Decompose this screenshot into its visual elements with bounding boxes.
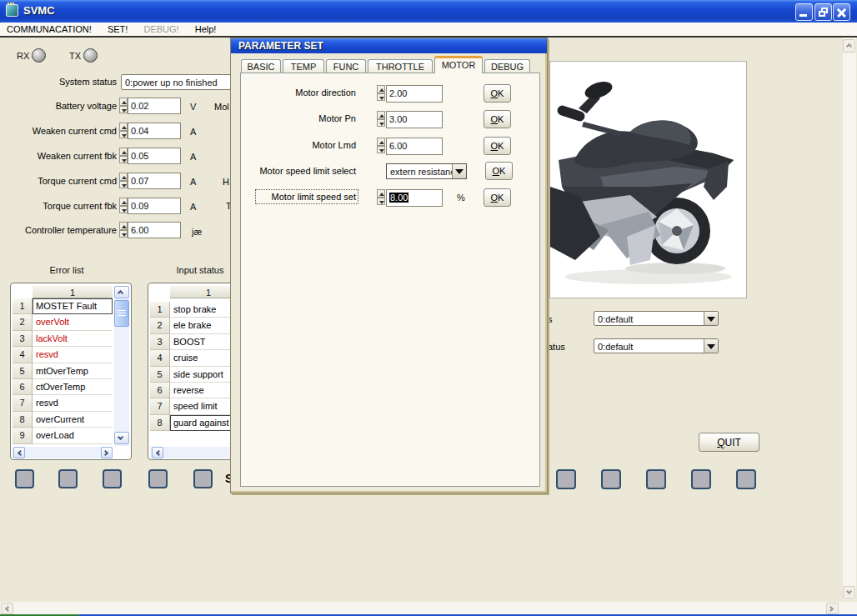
motor-pn-field[interactable]: 3.00 — [386, 111, 443, 128]
motor-limit-speed-set-field[interactable]: 8.00 — [386, 189, 443, 207]
error-list-scroll-down-button[interactable] — [114, 432, 129, 444]
weaken-current-fbk-field[interactable]: 0.05 — [128, 148, 181, 164]
restore-button[interactable] — [814, 3, 832, 21]
motor-direction-field[interactable]: 2.00 — [386, 85, 443, 103]
table-row[interactable]: 5mtOverTemp — [13, 363, 113, 379]
table-row[interactable]: 7resvd — [13, 395, 113, 411]
menu-communication[interactable]: COMMUNACATION! — [0, 23, 98, 36]
right-dropdown-2[interactable]: 0:default — [594, 338, 719, 353]
menu-debug: DEBUG! — [137, 23, 185, 36]
torque-current-fbk-label: Torque current fbk — [0, 201, 117, 211]
motor-direction-label: Motor direction — [258, 88, 356, 98]
battery-voltage-stepper[interactable] — [119, 98, 128, 113]
motor-lmd-stepper[interactable] — [377, 138, 385, 153]
motor-limit-speed-set-ok-button[interactable]: OK — [484, 188, 511, 207]
battery-voltage-label: Battery voltage — [0, 101, 117, 111]
motor-lmd-label: Motor Lmd — [258, 140, 356, 150]
indicator-square — [15, 469, 34, 488]
torque-current-cmd-field[interactable]: 0.07 — [128, 173, 181, 189]
chevron-left-icon — [156, 450, 162, 456]
weaken-current-cmd-unit: A — [190, 127, 196, 137]
menu-help[interactable]: Help! — [188, 23, 223, 36]
tab-temp[interactable]: TEMP — [283, 59, 324, 73]
error-list-scroll-right-button[interactable] — [101, 447, 113, 458]
table-row[interactable]: 2overVolt — [13, 314, 113, 330]
system-status-dropdown[interactable]: 0:power up no finished — [121, 74, 231, 90]
main-scroll-right-button[interactable] — [826, 603, 839, 614]
error-list-scroll-thumb[interactable] — [114, 300, 129, 327]
indicator-square — [148, 469, 168, 488]
dropdown2-label-fragment: atus — [548, 342, 565, 352]
window-title: SVMC — [23, 4, 55, 17]
input-status-title: Input status — [158, 265, 242, 275]
torque-current-fbk-stepper[interactable] — [119, 198, 128, 213]
motor-pn-ok-button[interactable]: OK — [484, 110, 511, 128]
chevron-down-icon[interactable] — [452, 164, 466, 178]
motor-speed-limit-select-ok-button[interactable]: OK — [485, 162, 513, 180]
torque-current-fbk-field[interactable]: 0.09 — [128, 198, 181, 214]
weaken-current-fbk-unit: A — [190, 152, 196, 162]
motor-lmd-field[interactable]: 6.00 — [386, 138, 443, 155]
tab-func[interactable]: FUNC — [326, 59, 366, 73]
main-vscroll[interactable] — [843, 38, 856, 600]
table-row[interactable]: 9overLoad — [13, 428, 113, 443]
motor-direction-stepper[interactable] — [377, 85, 385, 101]
tab-motor[interactable]: MOTOR — [434, 56, 483, 73]
covered-label-fragment-1: Mol — [214, 102, 229, 112]
table-row[interactable]: 3lackVolt — [13, 331, 113, 347]
weaken-current-cmd-stepper[interactable] — [119, 123, 128, 138]
motor-pn-stepper[interactable] — [377, 111, 385, 127]
controller-temperature-stepper[interactable] — [119, 222, 128, 238]
table-row[interactable]: 4resvd — [13, 347, 113, 363]
tab-throttle[interactable]: THROTTLE — [368, 59, 433, 73]
motor-limit-speed-set-stepper[interactable] — [377, 189, 385, 205]
menu-set[interactable]: SET! — [101, 23, 134, 36]
weaken-current-cmd-field[interactable]: 0.04 — [128, 123, 181, 139]
table-row[interactable]: 6ctOverTemp — [13, 379, 113, 395]
error-list-rows: 1MOSTET Fault 2overVolt 3lackVolt 4resvd… — [13, 298, 113, 444]
input-status-scroll-left-button[interactable] — [152, 447, 163, 458]
error-list-scroll-up-button[interactable] — [114, 286, 129, 298]
rx-label: RX — [17, 51, 29, 61]
motorcycle-image — [549, 61, 747, 298]
tab-debug[interactable]: DEBUG — [484, 59, 530, 73]
chevron-left-icon — [18, 450, 23, 456]
error-list-col-header[interactable]: 1 — [33, 286, 113, 298]
indicator-square — [646, 469, 666, 489]
right-dropdown-1[interactable]: 0:default — [594, 311, 719, 326]
minimize-icon — [799, 14, 807, 17]
title-bar[interactable]: SVMC — [0, 0, 857, 23]
main-scroll-up-button[interactable] — [843, 39, 855, 53]
main-scroll-down-button[interactable] — [843, 586, 855, 599]
error-list-hscroll[interactable] — [13, 447, 113, 458]
error-list-scroll-left-button[interactable] — [13, 447, 25, 458]
motor-direction-ok-button[interactable]: OK — [484, 84, 511, 103]
motor-speed-limit-select-dropdown[interactable]: extern resistanc — [386, 163, 467, 179]
controller-temperature-field[interactable]: 6.00 — [128, 222, 181, 238]
tab-basic[interactable]: BASIC — [241, 59, 281, 73]
dialog-title-bar[interactable]: PARAMETER SET — [231, 38, 547, 53]
table-row[interactable]: 8overCurrent — [13, 412, 113, 428]
weaken-current-fbk-stepper[interactable] — [119, 148, 128, 163]
table-row[interactable]: 1MOSTET Fault — [13, 298, 113, 314]
quit-button[interactable]: QUIT — [699, 433, 759, 452]
motorcycle-illustration — [550, 62, 746, 298]
main-scroll-left-button[interactable] — [1, 603, 13, 614]
minimize-button[interactable] — [795, 3, 813, 21]
motor-lmd-ok-button[interactable]: OK — [484, 137, 511, 155]
indicator-square — [193, 469, 213, 488]
system-status-label: System status — [0, 77, 117, 87]
main-hscroll[interactable] — [0, 602, 857, 615]
chevron-down-icon[interactable] — [704, 339, 718, 353]
close-button[interactable] — [833, 3, 850, 21]
chevron-right-icon — [103, 450, 108, 456]
motor-limit-speed-set-unit: % — [457, 193, 465, 203]
battery-voltage-field[interactable]: 0.02 — [128, 98, 181, 114]
controller-temperature-unit: jæ — [192, 227, 202, 237]
menu-bar: COMMUNACATION! SET! DEBUG! Help! — [0, 23, 857, 36]
torque-current-cmd-stepper[interactable] — [119, 173, 128, 188]
weaken-current-cmd-label: Weaken current cmd — [0, 126, 117, 136]
chevron-down-icon[interactable] — [704, 312, 718, 325]
torque-current-cmd-unit: A — [190, 177, 196, 187]
chevron-down-icon — [846, 588, 852, 594]
